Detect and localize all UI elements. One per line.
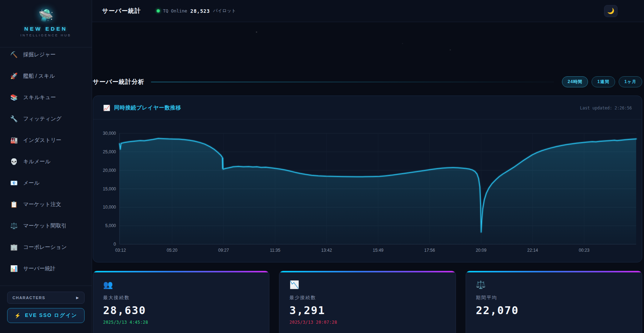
section-header-row: サーバー統計分析 24時間1週間1ヶ月 <box>93 76 642 87</box>
lightning-icon: ⚡ <box>14 313 21 318</box>
range-button-1[interactable]: 1週間 <box>592 76 615 87</box>
stat-card-label: 最大接続数 <box>103 294 259 301</box>
sidebar-item-label: マーケット注文 <box>23 201 61 208</box>
sidebar-item-label: マーケット間取引 <box>23 222 66 229</box>
stat-card-body: 📉最少接続数3,2912025/3/13 20:07:28 <box>279 272 455 333</box>
sidebar-item-6[interactable]: 📧メール <box>5 176 87 189</box>
svg-text:03:12: 03:12 <box>115 248 126 253</box>
sidebar-item-icon: 📧 <box>10 179 18 187</box>
stat-card-icon: 📉 <box>289 280 445 290</box>
theme-toggle-button[interactable]: 🌙 <box>604 5 618 17</box>
sidebar-item-label: 採掘レジャー <box>23 51 56 58</box>
stat-cards-row: 👥最大接続数28,6302025/3/13 4:45:28📉最少接続数3,291… <box>93 271 642 333</box>
stat-card-0: 👥最大接続数28,6302025/3/13 4:45:28 <box>93 271 269 333</box>
sidebar-item-3[interactable]: 🔧フィッティング <box>5 112 87 125</box>
moon-icon: 🌙 <box>607 8 614 14</box>
pilot-unit-label: パイロット <box>213 8 236 14</box>
chart-title: 同時接続プレイヤー数推移 <box>114 104 181 111</box>
sidebar-item-7[interactable]: 📋マーケット注文 <box>5 198 87 211</box>
characters-label: CHARACTERS <box>12 296 45 300</box>
main-area: サーバー統計 TQ Online 28,523 パイロット 🌙 サーバー統計分析… <box>92 0 644 333</box>
app-subtitle: INTELLIGENCE HUB <box>4 34 88 37</box>
characters-button[interactable]: CHARACTERS ▶ <box>7 292 85 304</box>
sidebar-item-icon: 📚 <box>10 94 18 101</box>
last-updated-label: Last updated: 2:26:56 <box>580 106 632 111</box>
stat-card-icon: 👥 <box>103 280 259 290</box>
stat-card-timestamp: 2025/3/13 4:45:28 <box>103 320 259 325</box>
chevron-right-icon: ▶ <box>76 296 79 299</box>
sidebar-item-icon: ⚖️ <box>10 222 18 230</box>
sidebar-item-icon: 📊 <box>10 265 18 272</box>
sidebar-item-label: メール <box>23 180 40 186</box>
app-title: NEW EDEN <box>4 26 88 32</box>
sidebar-item-5[interactable]: 💀キルメール <box>5 155 87 168</box>
sidebar: 🛸 NEW EDEN INTELLIGENCE HUB ⛏️採掘レジャー🚀艦船 … <box>0 0 92 333</box>
sidebar-item-9[interactable]: 🏢コーポレーション <box>5 241 87 253</box>
server-status: TQ Online 28,523 パイロット <box>157 8 236 14</box>
time-range-group: 24時間1週間1ヶ月 <box>562 76 642 87</box>
online-status-dot <box>157 9 160 12</box>
stat-card-value: 3,291 <box>289 304 445 317</box>
sidebar-item-label: キルメール <box>23 158 50 165</box>
sidebar-item-icon: 📋 <box>10 201 18 208</box>
sidebar-item-2[interactable]: 📚スキルキュー <box>5 91 87 104</box>
sidebar-item-1[interactable]: 🚀艦船 / スキル <box>5 70 87 82</box>
sidebar-item-icon: 🏢 <box>10 244 18 251</box>
stat-card-timestamp: 2025/3/13 20:07:28 <box>289 320 445 325</box>
pilot-count: 28,523 <box>191 8 210 14</box>
sidebar-item-0[interactable]: ⛏️採掘レジャー <box>5 48 87 61</box>
stat-card-2: ⚖️期間平均22,070 <box>466 271 642 333</box>
range-button-2[interactable]: 1ヶ月 <box>619 76 642 87</box>
sidebar-item-label: 艦船 / スキル <box>23 73 55 80</box>
app-root: 🛸 NEW EDEN INTELLIGENCE HUB ⛏️採掘レジャー🚀艦船 … <box>0 0 644 333</box>
svg-text:25,000: 25,000 <box>103 149 116 154</box>
svg-text:22:14: 22:14 <box>527 248 538 253</box>
chart-plot-area: 05,00010,00015,00020,00025,00030,00003:1… <box>93 119 642 262</box>
chart-card-header: 📈 同時接続プレイヤー数推移 Last updated: 2:26:56 <box>93 96 642 119</box>
stat-card-body: 👥最大接続数28,6302025/3/13 4:45:28 <box>93 272 269 333</box>
content-area: サーバー統計分析 24時間1週間1ヶ月 📈 同時接続プレイヤー数推移 Last … <box>92 22 644 333</box>
logo-block: 🛸 NEW EDEN INTELLIGENCE HUB <box>0 0 92 47</box>
svg-text:13:42: 13:42 <box>321 248 332 253</box>
page-title: サーバー統計 <box>102 7 141 15</box>
sidebar-footer: CHARACTERS ▶ ⚡ EVE SSO ログイン <box>0 286 92 333</box>
svg-text:17:56: 17:56 <box>424 248 435 253</box>
chart-increasing-icon: 📈 <box>103 104 110 111</box>
sidebar-item-10[interactable]: 📊サーバー統計 <box>5 262 87 275</box>
svg-text:11:35: 11:35 <box>270 248 280 253</box>
stat-card-value: 28,630 <box>103 304 259 317</box>
stat-card-label: 期間平均 <box>476 294 632 301</box>
eve-sso-login-label: EVE SSO ログイン <box>25 312 77 319</box>
sidebar-item-icon: 💀 <box>10 158 18 165</box>
eve-sso-login-button[interactable]: ⚡ EVE SSO ログイン <box>7 308 85 323</box>
sidebar-item-icon: 🔧 <box>10 115 18 123</box>
sidebar-item-icon: ⛏️ <box>10 51 18 58</box>
sidebar-item-4[interactable]: 🏭インダストリー <box>5 134 87 147</box>
sidebar-item-label: フィッティング <box>23 116 61 122</box>
svg-text:30,000: 30,000 <box>103 131 116 136</box>
section-divider <box>151 82 554 82</box>
players-line-chart: 05,00010,00015,00020,00025,00030,00003:1… <box>93 119 642 262</box>
players-chart-card: 📈 同時接続プレイヤー数推移 Last updated: 2:26:56 05,… <box>93 96 642 262</box>
svg-text:00:23: 00:23 <box>579 248 589 253</box>
svg-text:20:09: 20:09 <box>476 248 486 253</box>
sidebar-item-icon: 🏭 <box>10 137 18 144</box>
range-button-0[interactable]: 24時間 <box>562 76 588 87</box>
status-label: TQ Online <box>163 8 187 14</box>
stat-card-icon: ⚖️ <box>476 280 632 290</box>
sidebar-item-label: サーバー統計 <box>23 265 56 272</box>
stat-card-value: 22,070 <box>476 304 632 317</box>
sidebar-item-icon: 🚀 <box>10 72 18 80</box>
sidebar-item-label: コーポレーション <box>23 244 67 251</box>
svg-text:0: 0 <box>113 242 116 247</box>
svg-text:15:49: 15:49 <box>373 248 384 253</box>
sidebar-item-label: インダストリー <box>23 137 61 144</box>
sidebar-item-label: スキルキュー <box>23 94 56 101</box>
svg-text:10,000: 10,000 <box>103 205 116 210</box>
svg-text:05:20: 05:20 <box>167 248 177 253</box>
sidebar-item-8[interactable]: ⚖️マーケット間取引 <box>5 219 87 232</box>
sidebar-nav: ⛏️採掘レジャー🚀艦船 / スキル📚スキルキュー🔧フィッティング🏭インダストリー… <box>0 47 92 283</box>
stat-card-1: 📉最少接続数3,2912025/3/13 20:07:28 <box>279 271 456 333</box>
svg-text:09:27: 09:27 <box>218 248 229 253</box>
ufo-logo-icon: 🛸 <box>4 8 88 23</box>
